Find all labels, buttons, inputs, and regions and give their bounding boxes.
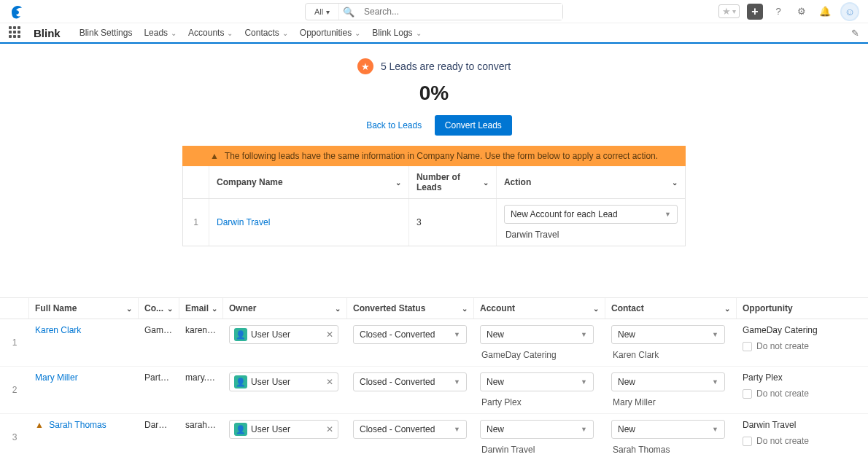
- contact-subtext: Karen Clark: [611, 350, 731, 360]
- do-not-create-checkbox[interactable]: Do not create: [743, 388, 862, 399]
- chevron-down-icon: ⌄: [593, 305, 599, 313]
- do-not-create-label: Do not create: [756, 341, 809, 351]
- column-label: Action: [504, 177, 531, 187]
- row-number: 1: [183, 199, 209, 246]
- app-launcher-icon[interactable]: [9, 26, 22, 39]
- chevron-down-icon: ⌄: [462, 305, 468, 313]
- user-avatar[interactable]: ☺: [840, 2, 859, 21]
- lead-name-link[interactable]: Mary Miller: [35, 372, 78, 383]
- search-scope-dropdown[interactable]: All ▾: [306, 4, 339, 20]
- column-full-name[interactable]: Full Name⌄: [29, 298, 139, 319]
- notifications-button[interactable]: 🔔: [817, 4, 833, 20]
- do-not-create-checkbox[interactable]: Do not create: [743, 436, 862, 446]
- close-icon[interactable]: ✕: [326, 424, 333, 434]
- search-input[interactable]: [358, 4, 562, 20]
- global-create-button[interactable]: +: [747, 4, 763, 20]
- chevron-down-icon: ▾: [732, 7, 736, 15]
- nav-accounts[interactable]: Accounts⌄: [188, 28, 233, 38]
- avatar-icon: ☺: [845, 6, 855, 17]
- chevron-down-icon: ▼: [581, 378, 587, 386]
- nav-opportunities[interactable]: Opportunities⌄: [300, 28, 360, 38]
- nav-blink-settings[interactable]: Blink Settings: [80, 28, 133, 38]
- row-number: 1: [0, 319, 29, 366]
- nav-label: Leads: [144, 28, 168, 38]
- account-select[interactable]: New ▼: [480, 420, 594, 439]
- status-value: Closed - Converted: [360, 377, 435, 387]
- chevron-down-icon: ⌄: [672, 179, 678, 187]
- settings-button[interactable]: ⚙: [794, 4, 810, 20]
- do-not-create-checkbox[interactable]: Do not create: [743, 341, 862, 351]
- contact-select[interactable]: New ▼: [611, 325, 725, 344]
- help-button[interactable]: ?: [770, 4, 786, 20]
- convert-leads-button[interactable]: Convert Leads: [435, 115, 512, 136]
- column-label: Account: [480, 303, 515, 313]
- pencil-icon: ✎: [851, 28, 859, 39]
- num-leads-value: 3: [416, 217, 422, 227]
- nav-blink-logs[interactable]: Blink Logs⌄: [372, 28, 421, 38]
- owner-chip[interactable]: 👤 User User ✕: [229, 420, 338, 439]
- help-icon: ?: [775, 6, 780, 17]
- banner-star-icon: ★: [357, 58, 373, 74]
- lead-name-link[interactable]: Karen Clark: [35, 325, 81, 335]
- close-icon[interactable]: ✕: [326, 377, 333, 387]
- checkbox-icon: [743, 389, 752, 399]
- column-company[interactable]: Co...⌄: [139, 298, 179, 319]
- close-icon[interactable]: ✕: [326, 329, 333, 340]
- account-subtext: Darwin Travel: [480, 445, 600, 455]
- column-company-name[interactable]: Company Name⌄: [209, 166, 409, 198]
- column-converted-status[interactable]: Converted Status⌄: [347, 298, 474, 319]
- global-search[interactable]: All ▾ 🔍: [305, 3, 563, 20]
- account-subtext: Party Plex: [480, 397, 600, 407]
- column-number-of-leads[interactable]: Number of Leads⌄: [409, 166, 497, 198]
- nav-label: Contacts: [244, 28, 279, 38]
- contact-select[interactable]: New ▼: [611, 372, 725, 391]
- opportunity-value: GameDay Catering: [743, 325, 862, 335]
- contact-select[interactable]: New ▼: [611, 420, 725, 439]
- back-to-leads-button[interactable]: Back to Leads: [356, 115, 432, 136]
- user-icon: 👤: [234, 423, 247, 436]
- lead-name-link[interactable]: Sarah Thomas: [49, 420, 106, 430]
- chevron-down-icon: ▼: [454, 331, 460, 338]
- lead-row: 2 Mary Miller Party Plex mary.mil... 👤 U…: [0, 367, 868, 414]
- owner-chip[interactable]: 👤 User User ✕: [229, 372, 338, 391]
- nav-label: Accounts: [188, 28, 224, 38]
- column-label: Co...: [144, 303, 163, 313]
- warning-icon: ▲: [210, 151, 219, 161]
- lead-row: 1 Karen Clark GameDa... karen.cl... 👤 Us…: [0, 319, 868, 367]
- chevron-down-icon: ⌄: [354, 29, 360, 37]
- status-select[interactable]: Closed - Converted ▼: [353, 420, 467, 439]
- chevron-down-icon: ▼: [581, 426, 587, 433]
- column-contact[interactable]: Contact⌄: [605, 298, 737, 319]
- bell-icon: 🔔: [819, 6, 831, 17]
- account-select[interactable]: New ▼: [480, 372, 594, 391]
- duplicate-table: Company Name⌄ Number of Leads⌄ Action⌄ 1…: [182, 166, 686, 246]
- owner-chip-label: User User: [251, 329, 290, 340]
- favorites-button[interactable]: ★▾: [718, 4, 740, 18]
- column-email[interactable]: Email⌄: [179, 298, 223, 319]
- chevron-down-icon: ▼: [664, 211, 671, 218]
- column-account[interactable]: Account⌄: [474, 298, 605, 319]
- column-label: Converted Status: [353, 303, 425, 313]
- column-label: Email: [185, 303, 209, 313]
- company-link[interactable]: Darwin Travel: [217, 217, 270, 227]
- checkbox-icon: [743, 342, 752, 351]
- email-value: mary.mil...: [185, 372, 217, 383]
- nav-leads[interactable]: Leads⌄: [144, 28, 177, 38]
- edit-nav-button[interactable]: ✎: [851, 28, 859, 39]
- column-opportunity: Opportunity: [737, 298, 868, 319]
- search-icon: 🔍: [343, 7, 354, 17]
- warning-icon: ▲: [35, 420, 44, 430]
- column-owner[interactable]: Owner⌄: [223, 298, 347, 319]
- column-action[interactable]: Action⌄: [497, 166, 685, 198]
- status-select[interactable]: Closed - Converted ▼: [353, 325, 467, 344]
- action-select[interactable]: New Account for each Lead ▼: [504, 205, 678, 224]
- nav-label: Opportunities: [300, 28, 352, 38]
- account-select[interactable]: New ▼: [480, 325, 594, 344]
- nav-contacts[interactable]: Contacts⌄: [244, 28, 287, 38]
- status-select[interactable]: Closed - Converted ▼: [353, 372, 467, 391]
- chevron-down-icon: ⌄: [167, 305, 173, 313]
- owner-chip[interactable]: 👤 User User ✕: [229, 325, 338, 344]
- contact-value: New: [618, 377, 635, 387]
- user-icon: 👤: [234, 328, 247, 341]
- contact-subtext: Mary Miller: [611, 397, 731, 407]
